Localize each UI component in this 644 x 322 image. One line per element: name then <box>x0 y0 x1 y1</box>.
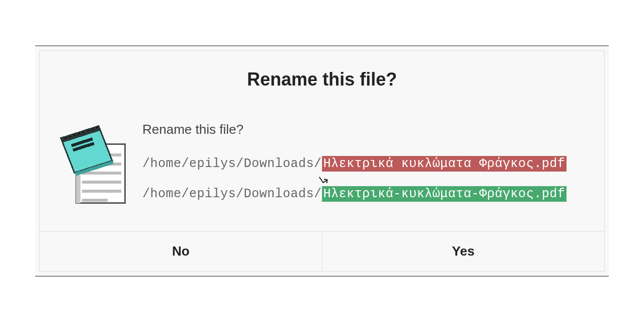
no-button[interactable]: No <box>40 231 323 271</box>
svg-point-13 <box>78 132 80 134</box>
dialog-text: Rename this file? /home/epilys/Downloads… <box>142 120 589 206</box>
notepad-icon <box>55 120 130 206</box>
svg-point-16 <box>92 128 94 130</box>
old-path-filename: Ηλεκτρικά κυκλώματα Φράγκος.pdf <box>322 156 567 172</box>
svg-point-15 <box>87 129 89 131</box>
svg-point-17 <box>96 126 98 128</box>
yes-button[interactable]: Yes <box>323 231 605 271</box>
dialog: Rename this file? <box>39 50 605 272</box>
dialog-title: Rename this file? <box>55 69 589 90</box>
svg-point-14 <box>83 131 85 133</box>
old-path-prefix: /home/epilys/Downloads/ <box>142 156 322 171</box>
dialog-buttons: No Yes <box>40 231 604 271</box>
svg-point-10 <box>64 137 66 139</box>
new-path-filename: Ηλεκτρικά-κυκλώματα-Φράγκος.pdf <box>322 186 567 202</box>
svg-point-11 <box>69 135 71 137</box>
dialog-frame: Rename this file? <box>35 45 609 277</box>
svg-point-12 <box>73 134 75 136</box>
dialog-content: Rename this file? <box>40 51 604 231</box>
dialog-body: Rename this file? /home/epilys/Downloads… <box>55 120 589 206</box>
new-path-prefix: /home/epilys/Downloads/ <box>142 187 322 201</box>
old-path-line: /home/epilys/Downloads/Ηλεκτρικά κυκλώμα… <box>142 153 589 173</box>
dialog-subtitle: Rename this file? <box>142 120 589 138</box>
new-path-line: /home/epilys/Downloads/Ηλεκτρικά-κυκλώμα… <box>142 184 589 203</box>
